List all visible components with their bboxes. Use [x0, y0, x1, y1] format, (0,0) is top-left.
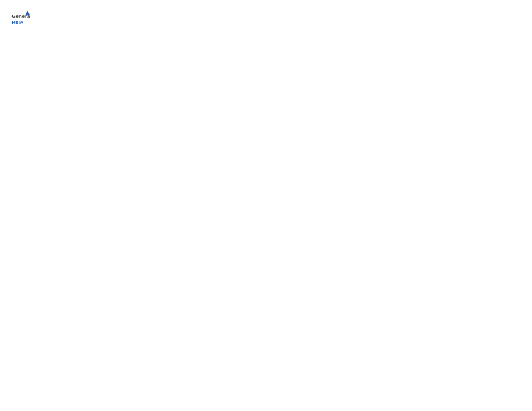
logo-icon: General Blue: [11, 11, 30, 30]
svg-text:Blue: Blue: [12, 19, 24, 26]
logo: General Blue: [11, 11, 34, 30]
